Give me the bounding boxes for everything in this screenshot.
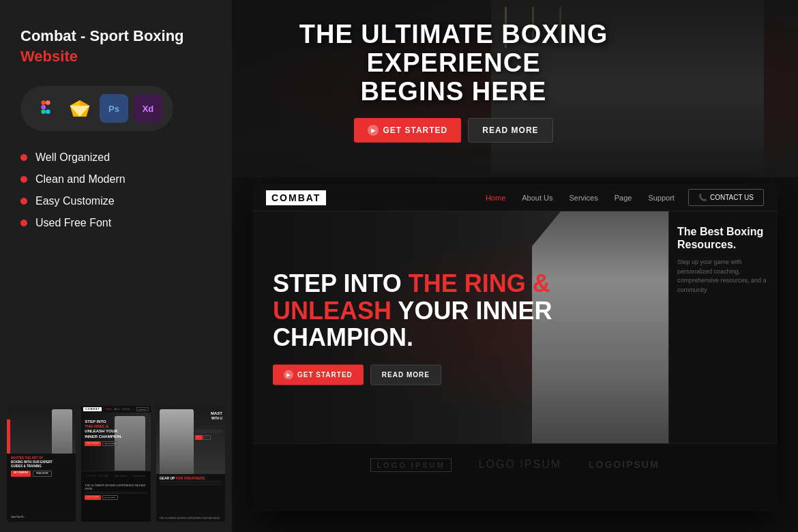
circle-icon: ▶ [368, 125, 379, 136]
preview-right-panel: The Best Boxing Resources. Step up your … [668, 211, 778, 443]
product-title: Combat - Sport Boxing Website [20, 27, 211, 65]
title-line1: Combat - Sport Boxing [20, 27, 211, 45]
svg-point-4 [46, 110, 50, 115]
xd-icon: Xd [134, 94, 162, 123]
preview-hero-text: STEP INTO THE RING & UNLEASH YOUR INNER … [273, 270, 552, 385]
main-area: THE ULTIMATE BOXING EXPERIENCE BEGINS HE… [232, 0, 798, 532]
photoshop-icon: Ps [100, 94, 128, 123]
bullet-icon [20, 220, 27, 226]
logo-3: Logoipsum [589, 458, 660, 471]
nav-links: Home About Us Services Page Support [486, 194, 675, 202]
svg-rect-1 [46, 101, 50, 106]
title-line2: Website [20, 48, 211, 65]
svg-rect-2 [41, 105, 46, 110]
thumbnail-row: MASTER THE ART OF BOXING WITH OUR EXPERT… [7, 406, 225, 522]
bullet-icon [20, 176, 27, 183]
logo-1: LOGO IPSUM [370, 458, 451, 471]
feature-item-2: Clean and Modern [20, 173, 211, 186]
feature-item-4: Used Free Font [20, 217, 211, 229]
preview-hero: STEP INTO THE RING & UNLEASH YOUR INNER … [252, 211, 778, 443]
nav-link-page[interactable]: Page [615, 194, 632, 202]
sketch-icon [65, 94, 94, 123]
svg-rect-3 [41, 110, 46, 115]
hero-get-started-btn[interactable]: ▶ GET STARTED [354, 118, 461, 143]
preview-get-started-btn[interactable]: ▶ GET STARTED [273, 364, 364, 385]
left-panel: Combat - Sport Boxing Website Ps [0, 0, 232, 532]
nav-link-services[interactable]: Services [570, 194, 598, 202]
figma-icon [31, 94, 60, 123]
thumbnail-1[interactable]: MASTER THE ART OF BOXING WITH OUR EXPERT… [7, 406, 76, 522]
preview-logos: LOGO IPSUM logo ipsum Logoipsum [252, 443, 778, 484]
bullet-icon [20, 198, 27, 205]
feature-item-3: Easy Customize [20, 195, 211, 207]
logo-2: logo ipsum [479, 458, 561, 471]
feature-item-1: Well Organized [20, 151, 211, 164]
nav-link-about[interactable]: About Us [522, 194, 552, 202]
hero-read-more-btn[interactable]: READ MORE [468, 118, 552, 143]
thumbnail-3[interactable]: MASTWITH U ST... Y... GEAR UP FOR GREATN… [156, 406, 225, 522]
tools-row: Ps Xd [20, 86, 173, 131]
hero-section: THE ULTIMATE BOXING EXPERIENCE BEGINS HE… [232, 0, 798, 177]
preview-navbar: COMBAT Home About Us Services Page Suppo… [252, 184, 778, 211]
preview-read-more-btn[interactable]: READ MORE [370, 364, 441, 385]
nav-link-support[interactable]: Support [648, 194, 675, 202]
features-list: Well Organized Clean and Modern Easy Cus… [20, 151, 211, 229]
website-preview: COMBAT Home About Us Services Page Suppo… [252, 184, 778, 512]
nav-logo: COMBAT [266, 190, 326, 205]
thumbnail-2[interactable]: COMBAT Home About Services CONTACT STEP … [81, 406, 150, 522]
phone-icon: 📞 [698, 194, 707, 201]
circle-icon: ▶ [284, 370, 293, 379]
contact-us-btn[interactable]: 📞 CONTACT US [688, 189, 764, 206]
svg-rect-0 [41, 101, 46, 106]
bullet-icon [20, 154, 27, 161]
hero-title: THE ULTIMATE BOXING EXPERIENCE BEGINS HE… [246, 20, 662, 143]
nav-link-home[interactable]: Home [486, 194, 505, 202]
